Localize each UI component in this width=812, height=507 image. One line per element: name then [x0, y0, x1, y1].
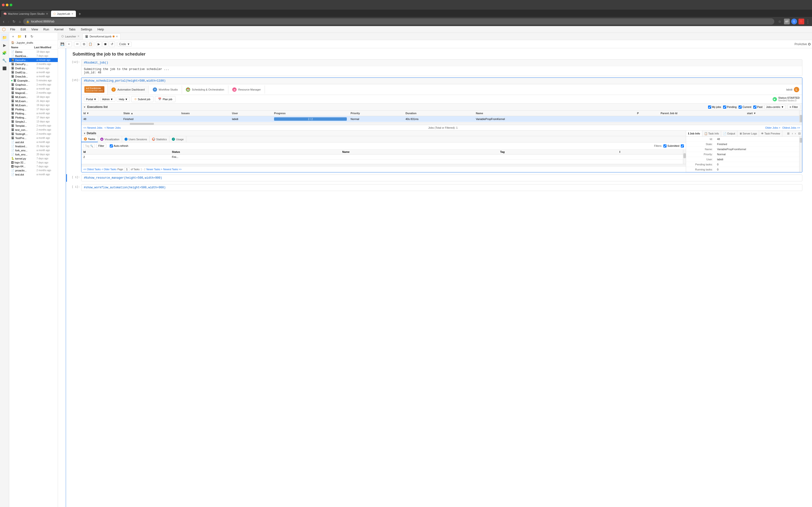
- new-file-button[interactable]: +: [10, 34, 16, 39]
- col-progress[interactable]: Progress: [272, 111, 349, 116]
- menu-tabs[interactable]: Tabs: [66, 27, 78, 32]
- task-col-tag[interactable]: Tag: [498, 150, 617, 155]
- file-item[interactable]: 📓TestingK...2 months ago: [9, 132, 58, 136]
- job-info-scrollbar[interactable]: [799, 137, 802, 172]
- col-start[interactable]: start ▼: [745, 111, 799, 116]
- home-breadcrumb[interactable]: 🏠: [11, 41, 14, 44]
- back-button[interactable]: ‹: [2, 19, 5, 24]
- file-item[interactable]: 📓Draft3.ip...a month ago: [9, 70, 58, 74]
- tab-statistics[interactable]: 📊 Statistics: [150, 136, 169, 142]
- col-priority[interactable]: Priority: [349, 111, 404, 116]
- portal-tab-workflow[interactable]: ✦ Workflow Studio: [149, 86, 182, 94]
- right-tab-output[interactable]: 📄 Output: [721, 131, 737, 136]
- cell-15-input[interactable]: #%show_scheduling_portal(height=500,widt…: [82, 78, 802, 84]
- copy-button[interactable]: ⧉: [81, 41, 87, 47]
- plan-job-button[interactable]: 📅 Plan job: [155, 96, 175, 102]
- tab-mlos[interactable]: 🧠 Machine Learning Open Studio ✕: [1, 11, 51, 17]
- right-tab-task-preview[interactable]: 👁 Task Preview: [759, 131, 782, 136]
- tab-users-sessions[interactable]: 👤 Users Sessions: [122, 136, 150, 142]
- col-issues[interactable]: Issues: [180, 111, 230, 116]
- panel-zoom-icon[interactable]: ⊞: [785, 131, 791, 136]
- portal-tab-resource[interactable]: ☁ Resource Manager: [229, 86, 265, 94]
- stop-button[interactable]: ⏹: [102, 41, 108, 47]
- col-p[interactable]: P: [635, 111, 659, 116]
- panel-nav-right[interactable]: ›: [794, 131, 797, 136]
- tab-tasks[interactable]: ⊙ Tasks: [82, 136, 98, 142]
- file-item[interactable]: 📓MLExam...21 days ago: [9, 99, 58, 103]
- menu-run[interactable]: Run: [41, 27, 51, 32]
- file-item[interactable]: 🖼logo-64...7 days ago: [9, 164, 58, 168]
- file-item[interactable]: 📄Demo19 days ago: [9, 50, 58, 54]
- forward-button[interactable]: ›: [7, 19, 10, 24]
- col-name[interactable]: Name: [474, 111, 635, 116]
- cell-below1-input[interactable]: #%show_resource_manager(height=500,width…: [84, 176, 162, 180]
- portal-tab-automation[interactable]: ⚡ Automation Dashboard: [108, 86, 149, 94]
- mlos-tab-close[interactable]: ✕: [46, 12, 48, 15]
- file-item[interactable]: 🐍kernel.py7 days ago: [9, 157, 58, 161]
- cell-below2-input[interactable]: #show_workflow_automation(height=500,wid…: [84, 186, 165, 189]
- col-user[interactable]: User: [230, 111, 272, 116]
- home-button[interactable]: ⌂: [18, 19, 22, 23]
- exec-table-scrollbar[interactable]: [799, 111, 802, 122]
- right-tab-server-logs[interactable]: 🖥 Server Logs: [737, 131, 759, 136]
- task-col-i[interactable]: I: [617, 150, 683, 155]
- file-item[interactable]: 📓Graphviz...2 months ago: [9, 82, 58, 87]
- my-jobs-filter[interactable]: My jobs: [708, 106, 721, 109]
- sidebar-icon-files[interactable]: 📁: [1, 34, 8, 41]
- task-filter-button[interactable]: Filter: [96, 144, 106, 148]
- address-bar[interactable]: 🔒 localhost:8888/lab: [23, 18, 774, 24]
- task-horizontal-scroll[interactable]: [82, 164, 686, 166]
- file-item[interactable]: 📓SimpleJ...13 days ago: [9, 119, 58, 124]
- col-state[interactable]: State ▲: [121, 111, 180, 116]
- panel-nav-left[interactable]: ‹: [791, 131, 794, 136]
- file-item[interactable]: 📄test.dota month ago: [9, 172, 58, 176]
- file-item[interactable]: 📄fork_env...20 days ago: [9, 152, 58, 157]
- jupyter-tab-close[interactable]: ✕: [71, 12, 73, 15]
- menu-file[interactable]: File: [8, 27, 18, 32]
- file-item[interactable]: 📄BashExa...7 days ago: [9, 54, 58, 58]
- bookmark-icon[interactable]: ☆: [777, 18, 782, 24]
- demokernel-tab-close[interactable]: ✕: [116, 35, 118, 38]
- file-item[interactable]: 📓Draft.ipy...3 hours ago: [9, 66, 58, 70]
- portal-tab-scheduling[interactable]: 📅 Scheduling & Orchestration: [182, 86, 229, 94]
- file-item[interactable]: 📓test_con...2 months ago: [9, 128, 58, 132]
- file-item[interactable]: 📓TestPre...a month ago: [9, 136, 58, 140]
- refresh-files-button[interactable]: ↻: [29, 34, 35, 39]
- newest-jobs-link[interactable]: << Newest Jobs: [83, 126, 102, 129]
- add-cell-button[interactable]: +: [66, 41, 72, 47]
- file-item[interactable]: 📄fork_env...a month ago: [9, 148, 58, 152]
- col-duration[interactable]: Duration: [404, 111, 474, 116]
- filter-button[interactable]: ≡ Filter: [788, 105, 800, 109]
- file-item[interactable]: 📓MLExam...19 days ago: [9, 103, 58, 107]
- panel-expand[interactable]: ⊟: [797, 131, 802, 136]
- paste-button[interactable]: 📋: [88, 41, 93, 47]
- run-cell-button[interactable]: ▶: [96, 41, 102, 47]
- oldest-tasks-link[interactable]: << Oldest Tasks: [83, 168, 101, 171]
- file-item[interactable]: 📓Plotting...a month ago: [9, 111, 58, 115]
- cell-12-input[interactable]: #%submit_job(): [82, 60, 802, 66]
- demokernel-tab[interactable]: 📓 DemoKernel.ipynb ✕: [83, 33, 121, 40]
- launcher-tab[interactable]: ⬡ Launcher ✕: [59, 33, 82, 40]
- launcher-tab-close[interactable]: ✕: [77, 35, 80, 38]
- submitted-check[interactable]: Submitted: [663, 145, 679, 148]
- file-item[interactable]: 📓Plotting...17 days ago: [9, 107, 58, 111]
- file-item[interactable]: 📓MagicsE...2 months ago: [9, 91, 58, 95]
- task-table-scrollbar[interactable]: [683, 150, 686, 164]
- extra-filter-check[interactable]: [681, 145, 684, 148]
- newer-jobs-link[interactable]: < Newer Jobs: [104, 126, 121, 129]
- sidebar-icon-extensions[interactable]: 🧩: [1, 49, 8, 56]
- newest-tasks-link[interactable]: Newest Tasks >>: [163, 168, 182, 171]
- file-item[interactable]: 📓Plotting...17 days ago: [9, 115, 58, 119]
- sidebar-icon-terminal[interactable]: ⬛: [1, 65, 8, 72]
- task-row-1[interactable]: 2 Fini...: [82, 155, 683, 160]
- file-item[interactable]: 📓DemoPy....2 months ago: [9, 62, 58, 66]
- refresh-button[interactable]: ↻: [12, 19, 16, 23]
- col-id[interactable]: Id ▼: [82, 111, 121, 116]
- details-collapse-icon[interactable]: ▼: [83, 132, 86, 135]
- oldest-jobs-link[interactable]: Oldest Jobs >>: [782, 126, 800, 129]
- past-filter[interactable]: Past: [753, 106, 762, 109]
- file-item[interactable]: 📓Example...5 minutes ago: [9, 78, 58, 82]
- cut-button[interactable]: ✂: [74, 41, 80, 47]
- tag-input[interactable]: Tag 🔍: [83, 144, 95, 148]
- tab-usage[interactable]: ⏱ Usage: [169, 136, 186, 142]
